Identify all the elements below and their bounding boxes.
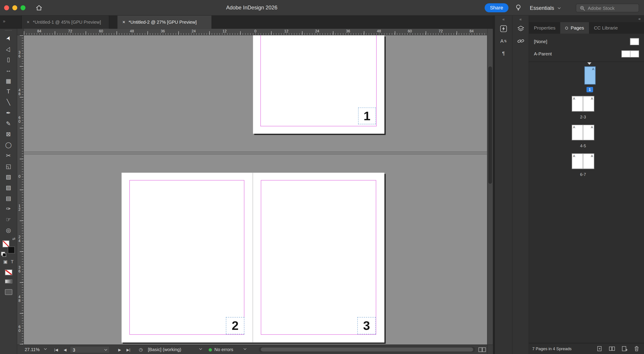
zoom-level[interactable]: 27.11% bbox=[24, 347, 40, 352]
collapse-panel-icon[interactable]: « bbox=[529, 16, 644, 22]
interactive-panel-icon[interactable] bbox=[495, 22, 512, 35]
pencil-tool[interactable]: ✎ bbox=[0, 118, 17, 129]
errors-chevron-icon[interactable] bbox=[244, 347, 246, 350]
close-window-button[interactable] bbox=[4, 5, 9, 10]
ruler-origin-corner[interactable] bbox=[17, 29, 24, 35]
close-tab-icon[interactable]: × bbox=[122, 19, 125, 25]
page-thumbnail-2[interactable]: A bbox=[572, 96, 583, 112]
page-thumbnail-7[interactable]: A bbox=[583, 153, 594, 169]
page-number-input[interactable] bbox=[70, 347, 105, 352]
preflight-profile[interactable]: [Basic] (working) bbox=[148, 347, 181, 352]
formatting-affects-container-button[interactable]: ▣ bbox=[3, 259, 8, 265]
tab-untitled-1[interactable]: × *Untitled-1 @ 45% [GPU Preview] bbox=[21, 16, 109, 29]
new-page-icon[interactable] bbox=[621, 345, 628, 352]
preflight-chevron-icon[interactable] bbox=[199, 347, 202, 350]
fill-swatch[interactable] bbox=[2, 240, 9, 247]
page-thumbnail-4[interactable]: A bbox=[572, 125, 583, 140]
master-spread-thumbnail[interactable] bbox=[622, 50, 639, 57]
tab-untitled-2[interactable]: × *Untitled-2 @ 27% [GPU Preview] bbox=[118, 16, 212, 29]
spread-view-icon[interactable] bbox=[478, 347, 486, 353]
pen-tool[interactable]: ✒ bbox=[0, 108, 17, 118]
tab-pages[interactable]: Pages bbox=[560, 22, 589, 33]
share-button[interactable]: Share bbox=[485, 3, 508, 12]
gap-tool[interactable]: ↔ bbox=[0, 65, 17, 76]
ruler-number: 0 bbox=[240, 29, 271, 35]
page-1[interactable]: 1 bbox=[253, 35, 384, 134]
page-thumbnail-6[interactable]: A bbox=[572, 153, 583, 169]
panel-tab-dot-icon bbox=[565, 26, 568, 29]
ruler-number: 36 bbox=[332, 29, 364, 35]
collapse-dock-icon[interactable]: « bbox=[513, 16, 529, 22]
page-thumbnail-3[interactable]: A bbox=[583, 96, 594, 112]
type-tool[interactable]: T bbox=[0, 86, 17, 97]
spread-label-6-7[interactable]: 6-7 bbox=[572, 172, 594, 177]
gradient-feather-tool[interactable]: ▨ bbox=[0, 182, 17, 193]
zoom-tool[interactable]: ◎ bbox=[0, 225, 17, 236]
tab-cc-libraries[interactable]: CC Librarie bbox=[589, 22, 623, 33]
previous-page-button[interactable]: ◀ bbox=[64, 348, 66, 352]
content-collector-tool[interactable]: ▦ bbox=[0, 76, 17, 86]
paragraph-panel-icon[interactable]: ¶ bbox=[495, 47, 512, 59]
screen-mode-button[interactable] bbox=[5, 289, 12, 295]
spread-2-3[interactable]: 2 3 bbox=[122, 173, 384, 343]
rectangle-frame-tool[interactable]: ⊠ bbox=[0, 129, 17, 140]
horizontal-scrollbar-thumb[interactable] bbox=[261, 348, 473, 352]
default-fill-stroke-icon[interactable] bbox=[1, 252, 5, 256]
collapse-dock-icon[interactable]: « bbox=[495, 16, 512, 22]
adobe-stock-search[interactable] bbox=[576, 4, 639, 12]
page-list-chevron-icon[interactable] bbox=[104, 348, 107, 351]
formatting-affects-text-button[interactable]: T bbox=[11, 259, 14, 265]
next-page-button[interactable]: ▶ bbox=[118, 348, 121, 352]
delete-page-icon[interactable] bbox=[633, 345, 640, 352]
hand-tool[interactable]: ☞ bbox=[0, 214, 17, 225]
page-number-field[interactable] bbox=[70, 346, 110, 353]
document-tab-bar: » × *Untitled-1 @ 45% [GPU Preview] × *U… bbox=[0, 16, 495, 29]
layers-panel-icon[interactable] bbox=[513, 22, 529, 35]
edit-page-size-icon[interactable] bbox=[596, 345, 603, 352]
free-transform-tool[interactable]: ◱ bbox=[0, 161, 17, 172]
view-pages-icon[interactable] bbox=[609, 345, 615, 352]
page-thumbnail-1[interactable]: A bbox=[584, 66, 596, 84]
preflight-clock-icon[interactable]: ◷ bbox=[139, 347, 143, 353]
tab-properties[interactable]: Properties bbox=[529, 22, 560, 33]
master-a-parent-row[interactable]: A-Parent bbox=[529, 48, 644, 59]
master-none-row[interactable]: [None] bbox=[529, 36, 644, 47]
note-tool[interactable]: ▤ bbox=[0, 193, 17, 204]
minimize-window-button[interactable] bbox=[12, 5, 17, 10]
page-number-frame[interactable]: 3 bbox=[357, 317, 376, 334]
page-1-badge[interactable]: 1 bbox=[586, 87, 593, 92]
error-status[interactable]: No errors bbox=[214, 347, 233, 352]
stroke-swatch[interactable] bbox=[8, 246, 14, 253]
spread-label-4-5[interactable]: 4-5 bbox=[572, 144, 594, 148]
master-page-thumbnail[interactable] bbox=[630, 38, 639, 45]
first-page-button[interactable]: |◀ bbox=[54, 348, 58, 352]
page-thumbnail-5[interactable]: A bbox=[583, 125, 594, 140]
adjust-layout-panel-icon[interactable]: A⇅ bbox=[495, 35, 512, 47]
last-page-button[interactable]: ▶| bbox=[126, 348, 130, 352]
panel-overflow-icon[interactable]: » bbox=[3, 18, 5, 23]
home-icon[interactable] bbox=[35, 4, 43, 11]
links-panel-icon[interactable] bbox=[513, 35, 529, 47]
apply-none-button[interactable] bbox=[5, 270, 12, 275]
scissors-tool[interactable]: ✂ bbox=[0, 150, 17, 161]
horizontal-scrollbar[interactable] bbox=[259, 347, 475, 353]
zoom-window-button[interactable] bbox=[20, 5, 26, 10]
ruler-number: 60 bbox=[86, 29, 116, 35]
page-number-frame[interactable]: 1 bbox=[358, 108, 376, 124]
vertical-scrollbar-thumb[interactable] bbox=[488, 66, 492, 184]
ellipse-tool[interactable]: ◯ bbox=[0, 140, 17, 150]
gradient-tool[interactable]: ▧ bbox=[0, 172, 17, 182]
page-number-frame[interactable]: 2 bbox=[226, 317, 244, 334]
vertical-scrollbar[interactable] bbox=[487, 29, 493, 345]
eyedropper-tool[interactable]: ✑ bbox=[0, 203, 17, 214]
search-input[interactable] bbox=[588, 5, 636, 10]
document-canvas[interactable]: 1 2 3 bbox=[24, 35, 487, 345]
close-tab-icon[interactable]: × bbox=[27, 19, 30, 25]
workspace-switcher[interactable]: Essentials bbox=[530, 5, 560, 11]
zoom-chevron-icon[interactable] bbox=[44, 347, 47, 350]
spread-label-2-3[interactable]: 2-3 bbox=[572, 115, 594, 119]
lightbulb-icon[interactable] bbox=[515, 4, 522, 11]
swap-fill-stroke-icon[interactable]: ⇄ bbox=[12, 237, 16, 241]
line-tool[interactable]: ╲ bbox=[0, 97, 17, 108]
apply-gradient-button[interactable] bbox=[5, 279, 12, 283]
